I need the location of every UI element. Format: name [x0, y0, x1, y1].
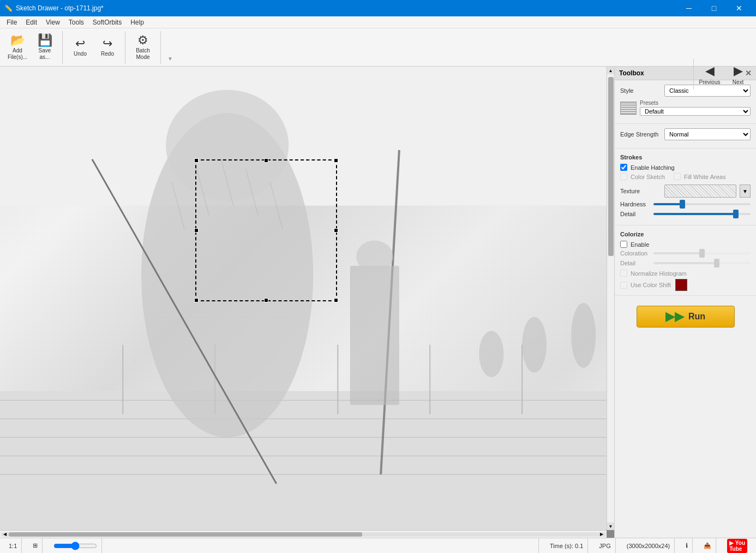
share-segment: 📤 [699, 538, 716, 553]
coloration-track [653, 252, 751, 254]
next-icon: ▶ [734, 64, 743, 78]
presets-select[interactable]: Default Light Dark Custom [640, 107, 751, 116]
add-files-button[interactable]: 📂 AddFile(s)... [4, 32, 31, 63]
color-sketch-checkbox[interactable] [620, 173, 627, 180]
save-as-icon: 💾 [38, 34, 52, 46]
toolbox-panel: Toolbox ✕ Style Classic Pencil Charcoal … [614, 67, 756, 538]
color-sketch-label[interactable]: Color Sketch [631, 174, 665, 180]
vscroll-track[interactable] [607, 74, 614, 522]
zoom-control: 1:1 [9, 543, 17, 549]
edge-strength-row: Edge Strength Soft Normal Hard [620, 128, 751, 140]
fill-white-areas-label[interactable]: Fill White Areas [684, 174, 725, 180]
vscroll-up[interactable]: ▲ [607, 67, 614, 74]
svg-rect-16 [350, 266, 399, 405]
time-segment: Time (s): 0.1 [545, 538, 588, 553]
format-label: JPG [599, 543, 610, 549]
titlebar-left: ✏️ Sketch Drawer - otp-1711.jpg* [4, 4, 104, 12]
use-color-shift-checkbox[interactable] [620, 282, 627, 289]
enable-hatching-checkbox[interactable] [620, 164, 627, 171]
detail-colorize-fill [653, 262, 717, 264]
coloration-label: Coloration [620, 250, 650, 257]
info-icon[interactable]: ℹ [686, 542, 688, 549]
hscroll-track[interactable] [9, 532, 598, 537]
menu-softorbits[interactable]: SoftOrbits [88, 17, 126, 27]
format-segment: JPG [595, 538, 615, 553]
canvas-area[interactable]: ▲ ▼ ◀ ▶ [0, 67, 614, 538]
run-label: Run [688, 312, 705, 322]
menu-edit[interactable]: Edit [21, 17, 41, 27]
save-as-button[interactable]: 💾 Saveas... [32, 32, 58, 63]
svg-point-25 [571, 303, 596, 368]
undo-button[interactable]: ↩ Undo [67, 32, 93, 63]
vscroll-down[interactable]: ▼ [607, 522, 614, 530]
coloration-fill [653, 252, 702, 254]
dimensions-segment: (3000x2000x24) [622, 538, 675, 553]
svg-point-24 [522, 317, 547, 372]
titlebar: ✏️ Sketch Drawer - otp-1711.jpg* ─ □ ✕ [0, 0, 756, 16]
hscroll-right[interactable]: ▶ [598, 532, 605, 537]
menu-tools[interactable]: Tools [64, 17, 88, 27]
color-shift-row: Use Color Shift [620, 279, 751, 291]
edge-strength-select[interactable]: Soft Normal Hard [664, 128, 751, 140]
strokes-title: Strokes [620, 154, 751, 160]
svg-point-17 [356, 240, 393, 272]
zoom-value: 1:1 [9, 543, 17, 549]
fill-white-areas-checkbox[interactable] [674, 173, 681, 180]
toolbar: 📂 AddFile(s)... 💾 Saveas... ↩ Undo ↪ Red… [0, 28, 756, 67]
menubar: File Edit View Tools SoftOrbits Help [0, 16, 756, 28]
previous-button[interactable]: ◀ Previous [696, 59, 723, 90]
menu-help[interactable]: Help [126, 17, 148, 27]
hardness-label: Hardness [620, 201, 650, 207]
hscroll-left[interactable]: ◀ [1, 532, 9, 537]
close-button[interactable]: ✕ [727, 0, 752, 16]
hardness-track[interactable] [653, 203, 751, 205]
coloration-thumb [699, 249, 705, 258]
horizontal-scrollbar[interactable]: ◀ ▶ [0, 530, 607, 538]
redo-label: Redo [101, 51, 114, 57]
toolbar-expand[interactable]: ▼ [167, 56, 173, 62]
sketch-svg [0, 67, 614, 530]
zoom-slider[interactable] [53, 542, 97, 550]
vscroll-thumb[interactable] [608, 77, 614, 256]
dimensions-label: (3000x2000x24) [627, 543, 670, 549]
youtube-icon[interactable]: ▶ YouTube [727, 539, 747, 553]
canvas-scroll[interactable]: ▲ ▼ [0, 67, 614, 530]
menu-view[interactable]: View [41, 17, 64, 27]
normalize-histogram-checkbox[interactable] [620, 270, 627, 277]
main-area: ▲ ▼ ◀ ▶ Toolbox ✕ Style [0, 67, 756, 538]
redo-button[interactable]: ↪ Redo [94, 32, 121, 63]
detail-track[interactable] [653, 213, 751, 215]
nav-separator [693, 59, 694, 90]
add-files-icon: 📂 [10, 34, 25, 46]
app-icon: ✏️ [4, 4, 13, 12]
vertical-scrollbar[interactable]: ▲ ▼ [607, 67, 614, 530]
fit-icon[interactable]: ⊞ [33, 542, 38, 549]
enable-colorize-label[interactable]: Enable [631, 241, 649, 248]
share-icon[interactable]: 📤 [704, 542, 711, 549]
minimize-button[interactable]: ─ [676, 0, 701, 16]
next-button[interactable]: ▶ Next [724, 59, 752, 90]
fill-white-areas-row: Fill White Areas [674, 173, 725, 180]
use-color-shift-label[interactable]: Use Color Shift [631, 282, 671, 288]
hscroll-thumb[interactable] [9, 532, 362, 537]
time-label: Time (s): 0.1 [550, 543, 583, 549]
toolbox-title: Toolbox [619, 69, 644, 77]
detail-thumb[interactable] [733, 210, 739, 218]
youtube-segment: ▶ YouTube [723, 538, 752, 553]
batch-group: ⚙ BatchMode [130, 31, 161, 64]
color-shift-swatch[interactable] [675, 279, 687, 291]
enable-colorize-row: Enable [620, 241, 751, 248]
texture-dropdown-button[interactable]: ▼ [740, 185, 751, 198]
info-segment: ℹ [681, 538, 693, 553]
normalize-histogram-label[interactable]: Normalize Histogram [631, 270, 687, 277]
enable-hatching-label[interactable]: Enable Hatching [631, 164, 675, 171]
texture-label: Texture [620, 188, 661, 194]
hardness-thumb[interactable] [680, 200, 685, 209]
batch-mode-icon: ⚙ [137, 34, 148, 46]
maximize-button[interactable]: □ [701, 0, 727, 16]
nav-buttons: ◀ Previous ▶ Next [688, 57, 756, 92]
enable-colorize-checkbox[interactable] [620, 241, 627, 248]
run-button[interactable]: ▶▶ Run [637, 306, 735, 328]
batch-mode-button[interactable]: ⚙ BatchMode [130, 32, 156, 63]
menu-file[interactable]: File [2, 17, 21, 27]
